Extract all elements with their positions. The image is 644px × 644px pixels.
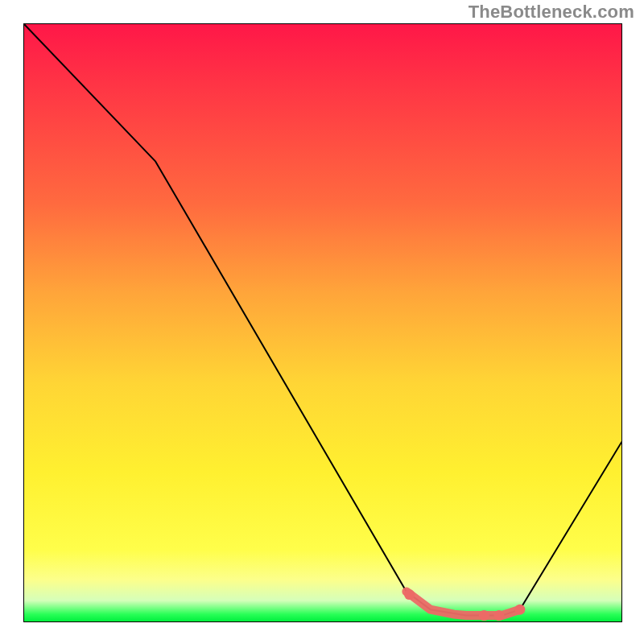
watermark-text: TheBottleneck.com — [469, 2, 634, 23]
highlight-dot — [493, 610, 504, 621]
highlight-segment — [407, 592, 520, 616]
bottleneck-curve — [24, 24, 621, 616]
plot-svg — [24, 24, 621, 621]
highlight-dot — [404, 589, 415, 600]
plot-frame — [23, 23, 622, 622]
chart-stage: TheBottleneck.com — [0, 0, 644, 644]
highlight-dot — [514, 605, 525, 615]
highlight-dot — [479, 610, 489, 621]
